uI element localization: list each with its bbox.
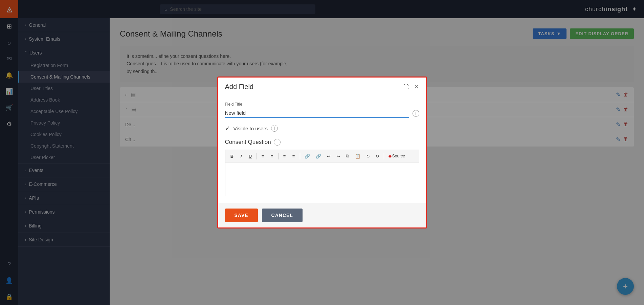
modal-overlay: Add Field ⛶ ✕ Field Title i bbox=[0, 0, 644, 305]
modal-footer: SAVE CANCEL bbox=[218, 203, 426, 227]
toolbar-source[interactable]: ◈ Source bbox=[386, 152, 407, 160]
toolbar-underline[interactable]: U bbox=[246, 152, 254, 160]
field-title-input-row: i bbox=[225, 109, 419, 118]
toolbar-back[interactable]: ↩ bbox=[325, 152, 333, 160]
expand-icon: ⛶ bbox=[403, 84, 409, 90]
toolbar-unlink[interactable]: 🔗 bbox=[313, 152, 324, 160]
field-title-group: Field Title i bbox=[225, 102, 419, 118]
toolbar-link[interactable]: 🔗 bbox=[302, 152, 312, 160]
toolbar-separator bbox=[278, 153, 279, 159]
toolbar-align-right[interactable]: ≡ bbox=[290, 152, 298, 160]
toolbar-align-left[interactable]: ≡ bbox=[281, 152, 289, 160]
modal-header: Add Field ⛶ ✕ bbox=[218, 78, 426, 95]
toolbar-bold[interactable]: B bbox=[228, 152, 236, 160]
toolbar-paste[interactable]: 📋 bbox=[353, 152, 363, 160]
modal-header-icons: ⛶ ✕ bbox=[403, 83, 419, 91]
visible-to-users-label: Visible to users bbox=[234, 126, 268, 131]
editor-toolbar: B I U ≡ ≡ ≡ ≡ 🔗 🔗 ↩ ↪ ⧉ 📋 ↻ bbox=[225, 150, 419, 162]
visible-to-users-row: ✓ Visible to users i bbox=[225, 125, 419, 132]
toolbar-separator bbox=[257, 153, 257, 159]
cancel-button[interactable]: CANCEL bbox=[262, 209, 303, 222]
visible-to-users-info-icon[interactable]: i bbox=[271, 125, 278, 132]
toolbar-redo[interactable]: ↻ bbox=[364, 152, 372, 160]
modal-expand-button[interactable]: ⛶ bbox=[403, 83, 409, 91]
toolbar-separator bbox=[384, 153, 384, 159]
field-title-input[interactable] bbox=[225, 109, 409, 118]
consent-question-info-icon[interactable]: i bbox=[274, 139, 281, 146]
add-field-modal: Add Field ⛶ ✕ Field Title i bbox=[217, 77, 427, 228]
save-button[interactable]: SAVE bbox=[225, 209, 258, 222]
toolbar-undo[interactable]: ↺ bbox=[373, 152, 382, 160]
toolbar-separator bbox=[300, 153, 300, 159]
consent-question-section: Consent Question i B I U ≡ ≡ ≡ ≡ bbox=[225, 139, 419, 196]
consent-question-editor[interactable] bbox=[225, 162, 419, 196]
modal-close-button[interactable]: ✕ bbox=[414, 83, 419, 91]
toolbar-ol[interactable]: ≡ bbox=[259, 152, 267, 160]
consent-question-label: Consent Question i bbox=[225, 139, 419, 146]
toolbar-forward[interactable]: ↪ bbox=[334, 152, 342, 160]
toolbar-ul[interactable]: ≡ bbox=[268, 152, 276, 160]
toolbar-copy[interactable]: ⧉ bbox=[343, 152, 352, 160]
field-title-info-icon[interactable]: i bbox=[413, 110, 419, 117]
checkmark-icon: ✓ bbox=[225, 125, 230, 132]
modal-title: Add Field bbox=[225, 83, 254, 91]
toolbar-italic[interactable]: I bbox=[237, 152, 245, 160]
close-icon: ✕ bbox=[414, 84, 419, 90]
field-title-label: Field Title bbox=[225, 102, 419, 107]
modal-body: Field Title i ✓ Visible to users i bbox=[218, 95, 426, 203]
